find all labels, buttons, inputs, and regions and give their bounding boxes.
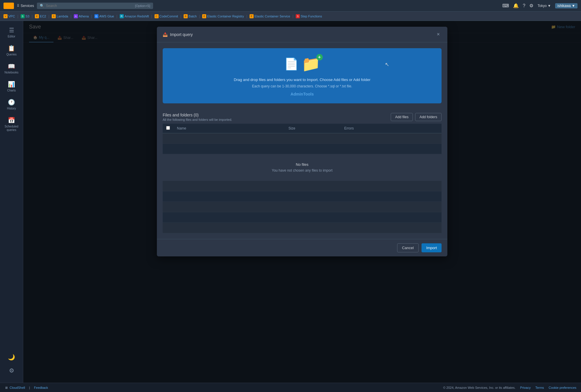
ecr-icon: E (202, 14, 206, 18)
ecs-icon: E (250, 14, 254, 18)
s3-icon: S (21, 14, 25, 18)
table-row-stripe-1 (163, 133, 442, 144)
glue-icon: G (94, 14, 98, 18)
cancel-button[interactable]: Cancel (397, 243, 419, 252)
aws-logo[interactable]: aws (3, 3, 14, 9)
empty-title: No files (166, 162, 438, 167)
drop-zone-main-text: Drag and drop files and folders you want… (234, 78, 370, 82)
files-title: Files and folders (0) (163, 113, 232, 117)
editor-icon: ☰ (9, 27, 14, 34)
redshift-icon: R (120, 14, 124, 18)
sidebar-item-darkmode[interactable]: 🌙 (1, 351, 22, 363)
import-icon: 📥 (163, 32, 168, 37)
file-icon: 📄 (284, 57, 299, 71)
sidebar-label-scheduled: Scheduled queries (3, 125, 20, 132)
charts-icon: 📊 (8, 81, 15, 88)
settings-icon[interactable]: ⚙ (529, 3, 533, 8)
sidebar-label-queries: Queries (6, 53, 17, 56)
bookmark-redshift[interactable]: R Amazon Redshift (120, 14, 149, 18)
sidebar-item-scheduled[interactable]: 📅 Scheduled queries (1, 114, 22, 134)
files-section: Files and folders (0) All the following … (157, 109, 447, 239)
bookmark-ecs[interactable]: E Elastic Container Service (250, 14, 290, 18)
bookmark-athena[interactable]: A Athena (74, 14, 89, 18)
cookie-link[interactable]: Cookie preferences (549, 386, 576, 389)
add-files-button[interactable]: Add files (391, 113, 413, 121)
bookmark-ecr[interactable]: E Elastic Container Registry (202, 14, 244, 18)
sidebar-label-history: History (7, 107, 16, 110)
lambda-icon: λ (52, 14, 56, 18)
files-table: Name Size Errors (163, 124, 442, 233)
copyright-text: © 2024, Amazon Web Services, Inc. or its… (443, 386, 515, 389)
table-row-stripe-6 (163, 212, 442, 223)
modal-title: 📥 Import query (163, 32, 193, 37)
sidebar-item-settings[interactable]: ⚙ (1, 365, 22, 376)
privacy-link[interactable]: Privacy (520, 386, 531, 389)
queries-icon: 📋 (8, 45, 15, 52)
files-actions: Add files Add folders (391, 113, 442, 121)
svg-text:aws: aws (5, 3, 12, 8)
aws-topbar: aws ⠿ Services 🔍 [Option+S] ⌨ 🔔 ? ⚙ Toky… (0, 0, 581, 12)
bookmark-codecommit[interactable]: C CodeCommit (155, 14, 178, 18)
bookmark-batch[interactable]: B Batch (184, 14, 197, 18)
bookmark-vpc[interactable]: V VPC (3, 14, 15, 18)
files-subtitle: All the following files and folders will… (163, 118, 232, 121)
sidebar-label-editor: Editor (8, 35, 15, 38)
sidebar-bottom: 🌙 ⚙ (1, 351, 22, 379)
sidebar-item-history[interactable]: 🕐 History (1, 96, 22, 113)
search-icon: 🔍 (40, 4, 44, 8)
sidebar-item-editor[interactable]: ☰ Editor (1, 24, 22, 41)
table-row-stripe-7 (163, 223, 442, 233)
bookmark-lambda[interactable]: λ Lambda (52, 14, 68, 18)
col-errors: Errors (341, 124, 424, 133)
bookmark-stepfunctions[interactable]: S Step Functions (296, 14, 322, 18)
services-button[interactable]: ⠿ Services (17, 4, 34, 8)
cloudshell-link[interactable]: CloudShell (10, 386, 25, 389)
footer-bar: 🖥 CloudShell | Feedback © 2024, Amazon W… (0, 383, 581, 392)
modal-header: 📥 Import query × (157, 27, 447, 42)
bell-icon[interactable]: 🔔 (513, 3, 519, 8)
terms-link[interactable]: Terms (535, 386, 544, 389)
admin-tools-label: AdminTools (290, 92, 314, 96)
stepfunctions-icon: S (296, 14, 300, 18)
col-name: Name (173, 124, 285, 133)
darkmode-icon: 🌙 (8, 354, 15, 361)
feedback-link[interactable]: Feedback (34, 386, 48, 389)
modal-overlay: 📥 Import query × 📄 📁 + Drag (23, 21, 581, 383)
files-header: Files and folders (0) All the following … (163, 109, 442, 124)
add-overlay-icon: + (316, 54, 323, 60)
vpc-icon: V (3, 14, 8, 18)
ec2-icon: E (35, 14, 39, 18)
table-row-stripe-3 (163, 181, 442, 191)
search-input[interactable] (46, 4, 133, 8)
region-selector[interactable]: Tokyo ▼ (537, 4, 551, 8)
batch-icon: B (184, 14, 188, 18)
import-button[interactable]: Import (422, 243, 442, 252)
search-bar[interactable]: 🔍 [Option+S] (37, 3, 153, 9)
footer-left: 🖥 CloudShell | Feedback (5, 386, 48, 389)
import-query-modal: 📥 Import query × 📄 📁 + Drag (157, 27, 447, 256)
sidebar: ☰ Editor 📋 Queries 📖 Notebooks 📊 Charts … (0, 21, 23, 383)
main-layout: ☰ Editor 📋 Queries 📖 Notebooks 📊 Charts … (0, 21, 581, 383)
sidebar-item-notebooks[interactable]: 📖 Notebooks (1, 60, 22, 77)
codecommit-icon: C (155, 14, 159, 18)
notebooks-icon: 📖 (8, 63, 15, 70)
files-title-block: Files and folders (0) All the following … (163, 113, 232, 121)
terminal-icon[interactable]: ⌨ (502, 3, 509, 8)
table-row-stripe-4 (163, 191, 442, 202)
sidebar-item-charts[interactable]: 📊 Charts (1, 78, 22, 95)
modal-close-button[interactable]: × (435, 31, 442, 38)
user-menu[interactable]: ishikawa ▼ (555, 3, 578, 8)
bookmark-glue[interactable]: G AWS Glue (94, 14, 114, 18)
col-size: Size (285, 124, 341, 133)
col-checkbox (163, 124, 173, 133)
help-icon[interactable]: ? (523, 3, 526, 8)
bookmark-ec2[interactable]: E EC2 (35, 14, 46, 18)
bookmark-s3[interactable]: S S3 (21, 14, 29, 18)
footer-separator: | (29, 386, 30, 389)
select-all-checkbox[interactable] (166, 126, 170, 130)
sidebar-item-queries[interactable]: 📋 Queries (1, 42, 22, 59)
modal-footer: Cancel Import (157, 239, 447, 256)
drop-zone[interactable]: 📄 📁 + Drag and drop files and folders yo… (163, 48, 442, 103)
cursor-indicator: ↖ (385, 61, 389, 68)
add-folders-button[interactable]: Add folders (415, 113, 442, 121)
